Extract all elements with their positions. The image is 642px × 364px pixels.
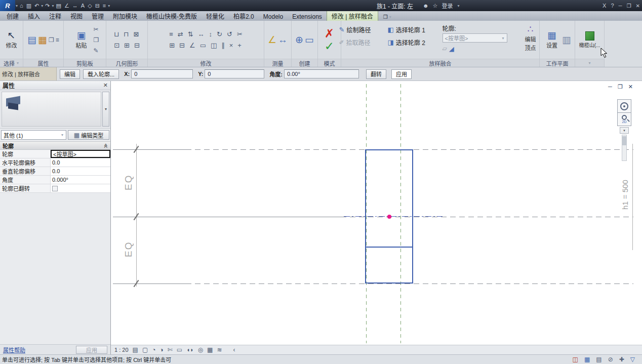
tab-create[interactable]: 创建 [2, 11, 23, 21]
scrollbar-left-arrow[interactable]: ‹ [233, 346, 235, 353]
collapse-group-icon[interactable]: ≪ [103, 143, 108, 148]
sign-in-caret[interactable]: ▾ [457, 4, 460, 8]
scrollbar-thumb[interactable] [622, 136, 626, 145]
analytical-model-icon[interactable]: ≋ [217, 346, 222, 353]
finish-sketch-icon[interactable]: ✓ [325, 41, 334, 52]
rotate-ccw-icon[interactable]: ↺ [227, 30, 232, 38]
modify-button[interactable]: ↖ 修改 [2, 30, 21, 49]
app-logo[interactable]: R [0, 0, 15, 11]
select-pinned-icon[interactable]: ▤ [596, 356, 601, 363]
set-work-plane-button[interactable]: ▦ 设置 [543, 30, 560, 49]
help-icon[interactable]: ? [611, 3, 614, 9]
select-links-icon[interactable]: ◫ [573, 356, 578, 363]
tab-insert[interactable]: 插入 [23, 11, 45, 21]
parameter-group-profile[interactable]: 轮廓 ≪ [0, 141, 110, 150]
filter-combo[interactable]: 其他 (1) ▾ [1, 130, 66, 140]
properties-small-icon-1[interactable]: ❐ [49, 36, 54, 44]
align-icon[interactable]: ≡ [169, 30, 173, 38]
edit-type-button[interactable]: ▦ 编辑类型 [68, 130, 109, 140]
canvas-vertical-scrollbar[interactable] [622, 135, 627, 161]
measure-icon[interactable]: ∠ [63, 0, 71, 11]
window-close-button[interactable]: ✕ [636, 3, 640, 9]
eq-label-bottom[interactable]: EQ [123, 232, 134, 266]
paint-icon[interactable]: ⊡ [114, 42, 119, 49]
shadows-icon[interactable]: ◑ [159, 346, 163, 353]
split-icon[interactable]: ✂ [237, 30, 243, 38]
scale-icon[interactable]: ⊟ [179, 42, 185, 49]
select-profile-1-button[interactable]: ◧ 选择轮廓 1 [388, 24, 440, 35]
properties-help-link[interactable]: 属性帮助 [3, 346, 25, 354]
default-3d-view-icon[interactable]: ◇ [86, 0, 93, 11]
paste-button[interactable]: ▣ 粘贴 [71, 30, 92, 49]
drawing-area[interactable]: EQ EQ h1 = 500 ─ ❐ ✕ 2D ▾ [110, 81, 642, 354]
load-profile-button[interactable]: 载入轮廓... [83, 69, 119, 79]
pick-path-button[interactable]: ✐ 拾取路径 [339, 37, 386, 48]
save-icon[interactable]: ▥ [25, 0, 33, 11]
h1-dimension-line[interactable] [632, 144, 633, 250]
tab-modify-sweep-blend[interactable]: 修改 | 放样融合 [327, 10, 378, 21]
tab-view[interactable]: 视图 [66, 11, 87, 21]
properties-apply-button[interactable]: 应用 [76, 346, 107, 354]
qat-customize-caret[interactable]: ▾ [107, 4, 110, 8]
apply-options-button[interactable]: 应用 [391, 69, 412, 79]
exchange-apps-icon[interactable]: X [603, 3, 606, 9]
undo-icon[interactable]: ↶ [33, 0, 41, 11]
section-icon[interactable]: ⊟ [94, 0, 101, 11]
edit-button[interactable]: 编辑 [60, 69, 80, 79]
thin-lines-icon[interactable]: ≡ [101, 0, 107, 11]
profile-flipped-checkbox[interactable] [52, 186, 58, 191]
type-preview-dropdown[interactable]: ▾ [102, 92, 109, 127]
eq-label-top[interactable]: EQ [123, 165, 134, 199]
edit-profile-icon[interactable]: ▱ [443, 45, 447, 52]
dimension-tool-icon[interactable]: ↔ [278, 35, 288, 45]
properties-close-icon[interactable]: ✕ [103, 82, 108, 89]
olive-mountain-button[interactable]: 橄榄山(... [577, 31, 603, 49]
view-restore-icon[interactable]: ❐ [618, 84, 623, 90]
cut-geometry-icon[interactable]: ⊓ [124, 30, 129, 38]
tab-olive-quick[interactable]: 橄榄山快模-免费版 [142, 11, 202, 21]
panel-label-select[interactable]: 选择 ▾ [0, 59, 23, 67]
family-types-icon[interactable]: ▦ [38, 35, 47, 45]
cut-icon[interactable]: ✂ [94, 26, 99, 33]
delete-icon[interactable]: × [229, 42, 233, 49]
detail-level-icon[interactable]: ▤ [133, 346, 138, 353]
crop-region-icon[interactable]: ▭ [177, 346, 182, 353]
copy-element-icon[interactable]: ↕ [209, 30, 213, 38]
profile-drag-handle[interactable] [387, 215, 391, 219]
copy-icon[interactable]: ❐ [94, 36, 99, 44]
param-value-vertical-offset[interactable]: 0.0 [51, 167, 110, 175]
trim-multiple-icon[interactable]: ∥ [221, 42, 225, 49]
tab-manage[interactable]: 管理 [87, 11, 108, 21]
zoom-2d-button[interactable]: 2D [617, 112, 631, 126]
split-face-icon[interactable]: ⊞ [124, 42, 130, 49]
sketch-path-button[interactable]: ✎ 绘制路径 [339, 24, 386, 35]
demolish-icon[interactable]: ⊟ [134, 42, 140, 49]
properties-palette-header[interactable]: 属性 ✕ [0, 81, 110, 90]
mirror-icon[interactable]: ⇅ [188, 30, 193, 38]
edit-vertices-button[interactable]: ∴ 编辑 顶点 [519, 24, 542, 52]
visual-style-icon[interactable]: ▢ [142, 346, 148, 353]
favorites-icon[interactable]: ☆ [433, 3, 438, 9]
user-icon[interactable]: ☻ [423, 3, 429, 9]
cope-icon[interactable]: ⊔ [114, 30, 119, 38]
panel-label-olive[interactable]: ▾ [575, 59, 604, 67]
type-preview[interactable]: ▾ [0, 90, 110, 129]
create-similar-icon[interactable]: ▭ [305, 35, 314, 45]
param-value-profile[interactable]: <按草图> [51, 150, 110, 158]
param-value-horizontal-offset[interactable]: 0.0 [51, 158, 110, 167]
array-icon[interactable]: ⊞ [169, 42, 175, 49]
select-profile-2-button[interactable]: ◨ 选择轮廓 2 [388, 37, 440, 48]
scale-control[interactable]: 1 : 20 [114, 347, 129, 353]
properties-palette-icon[interactable]: ▤ [27, 35, 36, 45]
profile-sketch-line[interactable] [365, 247, 413, 248]
view-minimize-icon[interactable]: ─ [608, 84, 612, 90]
ribbon-display-toggle[interactable]: ❐ ▾ [381, 13, 394, 21]
tab-lightweight[interactable]: 轻量化 [202, 11, 229, 21]
cancel-sketch-icon[interactable]: ✗ [325, 28, 334, 39]
x-offset-field[interactable]: 0 [131, 69, 193, 78]
h1-dimension-label[interactable]: h1 = 500 [619, 161, 630, 229]
window-restore-button[interactable]: ❐ [627, 3, 631, 9]
trim-icon[interactable]: ∠ [189, 42, 195, 49]
flip-button[interactable]: 翻转 [366, 69, 386, 79]
window-minimize-button[interactable]: ─ [619, 3, 622, 9]
